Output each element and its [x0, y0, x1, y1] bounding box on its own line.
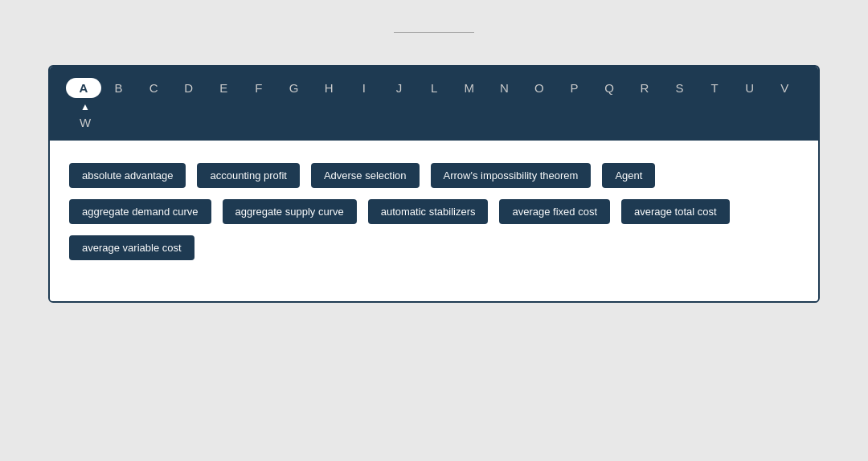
- term-tag-0[interactable]: absolute advantage: [69, 163, 186, 188]
- term-tag-7[interactable]: automatic stabilizers: [368, 199, 489, 224]
- alpha-letter-g[interactable]: G: [276, 78, 312, 98]
- alphabet-arrow-row: ▲: [66, 100, 802, 112]
- flashcard-container: ABCDEFGHIJLMNOPQRSTUV ▲ W absolute advan…: [48, 65, 820, 303]
- term-tag-6[interactable]: aggregate supply curve: [223, 199, 357, 224]
- term-tag-2[interactable]: Adverse selection: [311, 163, 420, 188]
- alphabet-main-row: ABCDEFGHIJLMNOPQRSTUV: [66, 78, 802, 98]
- term-tag-3[interactable]: Arrow's impossibility theorem: [431, 163, 592, 188]
- alpha-letter-i[interactable]: I: [346, 78, 382, 98]
- term-tag-9[interactable]: average total cost: [621, 199, 730, 224]
- term-tag-8[interactable]: average fixed cost: [499, 199, 610, 224]
- alpha-letter-l[interactable]: L: [416, 78, 452, 98]
- alpha-letter-d[interactable]: D: [171, 78, 207, 98]
- alpha-letter-e[interactable]: E: [207, 78, 242, 98]
- alpha-letter-w[interactable]: W: [66, 112, 104, 133]
- alpha-letter-q[interactable]: Q: [592, 78, 627, 98]
- term-tag-4[interactable]: Agent: [602, 163, 655, 188]
- alpha-letter-r[interactable]: R: [627, 78, 662, 98]
- alpha-letter-s[interactable]: S: [662, 78, 698, 98]
- alphabet-second-row: W: [66, 112, 802, 133]
- term-tag-5[interactable]: aggregate demand curve: [69, 199, 211, 224]
- alpha-letter-c[interactable]: C: [136, 78, 171, 98]
- alpha-letter-b[interactable]: B: [101, 78, 137, 98]
- alpha-letter-j[interactable]: J: [382, 78, 417, 98]
- alpha-letter-m[interactable]: M: [452, 78, 487, 98]
- alpha-letter-h[interactable]: H: [311, 78, 346, 98]
- alphabet-nav: ABCDEFGHIJLMNOPQRSTUV ▲ W: [50, 67, 818, 141]
- active-indicator-arrow: ▲: [66, 101, 104, 112]
- alpha-letter-t[interactable]: T: [697, 78, 732, 98]
- alpha-letter-f[interactable]: F: [241, 78, 276, 98]
- alpha-letter-a[interactable]: A: [66, 78, 101, 98]
- alpha-letter-p[interactable]: P: [557, 78, 592, 98]
- alpha-letter-o[interactable]: O: [522, 78, 557, 98]
- term-tag-1[interactable]: accounting profit: [197, 163, 299, 188]
- term-tag-10[interactable]: average variable cost: [69, 235, 194, 260]
- title-divider: [394, 32, 474, 33]
- alpha-letter-n[interactable]: N: [487, 78, 522, 98]
- terms-area: absolute advantageaccounting profitAdver…: [50, 141, 818, 301]
- alpha-letter-u[interactable]: U: [732, 78, 768, 98]
- alpha-letter-v[interactable]: V: [768, 78, 803, 98]
